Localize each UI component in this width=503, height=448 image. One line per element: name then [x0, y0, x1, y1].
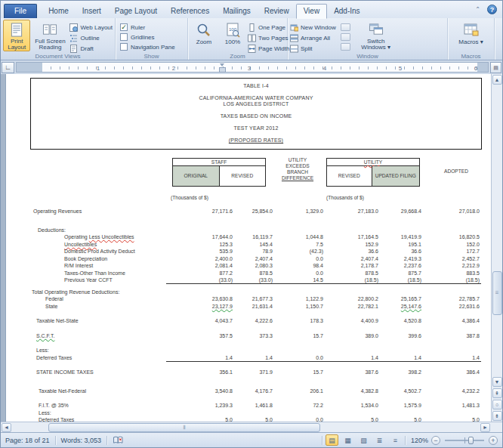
horizontal-scroll-thumb[interactable]: ⦀	[48, 423, 320, 432]
view-side-by-side-icon[interactable]	[341, 23, 350, 31]
table-cell: 2,400.0	[166, 255, 234, 263]
zoom-100-button[interactable]: 100 100%	[219, 20, 246, 51]
table-cell: 875.7	[380, 270, 423, 277]
company-name: CALIFORNIA-AMERICAN WATER COMPANY	[31, 95, 481, 101]
table-row: Previous Year CCFT(33.0)(33.0)14.5(18.5)…	[30, 277, 482, 284]
scroll-up-icon[interactable]: ▲	[492, 75, 502, 85]
print-layout-button[interactable]: Print Layout	[3, 20, 30, 51]
full-screen-reading-view-button[interactable]: ▦	[341, 434, 354, 446]
gridlines-checkbox[interactable]: Gridlines	[120, 33, 175, 41]
checkbox-checked-icon: ✓	[120, 23, 128, 31]
ruler-number: 3	[248, 65, 251, 72]
new-window-button[interactable]: New Window	[290, 23, 336, 32]
ruler-checkbox[interactable]: ✓ Ruler	[120, 23, 175, 31]
vertical-scroll-thumb[interactable]	[492, 271, 502, 315]
proofing-errors-icon[interactable]	[113, 436, 124, 444]
help-icon[interactable]: ?	[487, 5, 497, 14]
draft-view-button[interactable]: ≡	[389, 434, 402, 446]
scroll-down-icon[interactable]: ▼	[492, 377, 502, 387]
print-layout-view-button[interactable]: ▤	[326, 434, 338, 446]
vertical-scrollbar[interactable]: ▲ ▼ ⇞ ○ ⇟	[491, 74, 502, 422]
one-page-label: One Page	[258, 24, 285, 31]
tab-home[interactable]: Home	[42, 5, 76, 18]
table-cell: 0.0	[274, 354, 325, 362]
scroll-right-icon[interactable]: ►	[480, 423, 490, 432]
horizontal-scrollbar[interactable]: ◄ ⦀ ►	[1, 422, 502, 432]
table-cell: 23,630.8	[166, 295, 234, 303]
group-document-views: Print Layout Full Screen Reading Web Lay…	[1, 18, 116, 60]
table-cell: 25,165.7	[380, 295, 423, 303]
select-browse-object-icon[interactable]: ○	[492, 400, 502, 409]
word-count[interactable]: Words: 3,053	[61, 437, 101, 444]
zoom-slider[interactable]	[445, 440, 484, 441]
tab-view[interactable]: View	[296, 4, 328, 19]
zoom-in-icon[interactable]: +	[489, 436, 498, 445]
scroll-left-icon[interactable]: ◄	[2, 423, 11, 432]
row-label: Uncollectibles	[30, 241, 166, 249]
tab-file[interactable]: File	[4, 4, 37, 18]
switch-windows-button[interactable]: Switch Windows ▾	[358, 20, 394, 51]
web-layout-button[interactable]: Web Layout	[69, 23, 113, 32]
web-layout-view-button[interactable]: ▧	[357, 434, 370, 446]
table-title-box: TABLE I-4 CALIFORNIA-AMERICAN WATER COMP…	[30, 78, 482, 150]
one-page-button[interactable]: One Page	[248, 23, 289, 32]
table-cell	[166, 289, 234, 296]
outline-button[interactable]: Outline	[69, 34, 113, 42]
row-label: Domestic Prod Activity Deduct	[30, 248, 166, 255]
table-cell: 21,677.3	[234, 295, 274, 303]
split-button[interactable]: Split	[290, 45, 336, 53]
document-page[interactable]: TABLE I-4 CALIFORNIA-AMERICAN WATER COMP…	[6, 74, 491, 422]
reset-window-position-icon[interactable]	[341, 43, 350, 51]
table-cell: 16,119.7	[234, 233, 274, 241]
draft-button[interactable]: Draft	[69, 45, 113, 53]
navigation-pane-checkbox[interactable]: Navigation Pane	[120, 43, 175, 51]
outline-view-button[interactable]: ≣	[373, 434, 386, 446]
table-cell: 22,782.1	[325, 303, 380, 311]
indent-marker[interactable]	[219, 63, 225, 73]
table-cell	[234, 227, 274, 234]
minimize-ribbon-icon[interactable]: ⌃	[474, 6, 482, 13]
horizontal-scroll-track[interactable]: ⦀	[12, 423, 480, 432]
utility-header-box: UTILITY REVISED UPDATED FILING	[326, 158, 420, 187]
table-row: Operating Less Uncollectibles17,644.016,…	[30, 233, 482, 241]
table-cell: 5.0	[166, 416, 234, 422]
full-screen-reading-button[interactable]: Full Screen Reading	[32, 20, 68, 51]
table-cell: 371.9	[234, 369, 274, 376]
zoom-level[interactable]: 120%	[409, 437, 428, 444]
zoom-slider-midpoint	[464, 437, 465, 443]
group-macros: Macros ▾ Macros	[448, 18, 495, 60]
table-cell: 878.5	[234, 270, 274, 277]
tab-selector-button[interactable]: ∟	[2, 62, 14, 73]
table-cell: 27,018.0	[423, 208, 481, 215]
macros-button[interactable]: Macros ▾	[456, 20, 485, 51]
vertical-scroll-track[interactable]	[492, 85, 502, 376]
page-indicator[interactable]: Page: 18 of 21	[5, 437, 50, 444]
page-width-button[interactable]: Page Width	[248, 45, 289, 53]
tab-add-ins[interactable]: Add-Ins	[327, 5, 366, 18]
tab-review[interactable]: Review	[258, 5, 296, 18]
horizontal-ruler[interactable]: 123456	[16, 62, 489, 73]
two-pages-button[interactable]: Two Pages	[248, 34, 289, 42]
two-pages-label: Two Pages	[258, 35, 289, 42]
status-separator	[322, 436, 322, 445]
arrange-all-button[interactable]: Arrange All	[290, 34, 336, 42]
tab-mailings[interactable]: Mailings	[216, 5, 258, 18]
table-cell: 27,183.0	[325, 208, 380, 215]
table-cell: 17,644.0	[166, 233, 234, 241]
zoom-out-icon[interactable]: −	[431, 436, 440, 445]
previous-page-icon[interactable]: ⇞	[492, 388, 502, 398]
tab-insert[interactable]: Insert	[76, 5, 108, 18]
tab-references[interactable]: References	[164, 5, 216, 18]
zoom-slider-thumb[interactable]	[468, 437, 474, 444]
next-page-icon[interactable]: ⇟	[492, 411, 502, 421]
synchronous-scrolling-icon[interactable]	[341, 33, 350, 41]
table-cell	[166, 347, 234, 354]
table-row: Deductions:	[30, 227, 482, 234]
ruler-toggle-button[interactable]: ▤	[490, 62, 501, 73]
table-cell	[380, 409, 423, 417]
group-label-show: Show	[116, 53, 187, 60]
ruler-number: 4	[323, 65, 326, 72]
table-cell: (18.5)	[380, 277, 423, 284]
zoom-button[interactable]: Zoom	[190, 20, 218, 51]
tab-page-layout[interactable]: Page Layout	[108, 5, 164, 18]
